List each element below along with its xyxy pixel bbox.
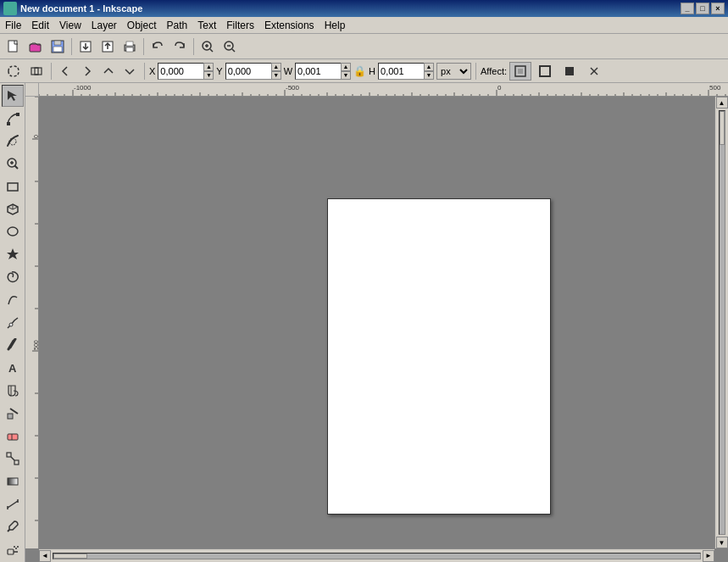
menu-file[interactable]: File (0, 17, 26, 33)
tool-gradient[interactable] (2, 470, 24, 492)
tool-spray[interactable] (2, 538, 24, 560)
canvas-container[interactable]: ◄ ► ▲ ▼ (25, 83, 728, 562)
tool-paintbucket[interactable] (2, 380, 24, 402)
affect-whole-button[interactable] (509, 62, 531, 81)
menu-help[interactable]: Help (320, 17, 351, 33)
tool-ellipse[interactable] (2, 221, 24, 243)
menu-view[interactable]: View (54, 17, 86, 33)
svg-rect-45 (8, 414, 13, 419)
w-down[interactable]: ▼ (341, 71, 351, 80)
h-spinner[interactable]: ▲ ▼ (424, 63, 434, 80)
x-spinner[interactable]: ▲ ▼ (203, 63, 214, 80)
svg-line-15 (210, 49, 213, 52)
export-button[interactable] (97, 36, 118, 57)
y-spinner[interactable]: ▲ ▼ (271, 63, 281, 80)
menu-text[interactable]: Text (192, 17, 221, 33)
affect-more-button[interactable] (583, 62, 605, 81)
tool-select[interactable] (2, 85, 24, 107)
break-apart-button[interactable] (3, 62, 24, 81)
lock-icon[interactable]: 🔒 (353, 65, 366, 77)
scroll-track-h[interactable] (53, 553, 701, 559)
undo-button[interactable] (147, 36, 168, 57)
w-spinner[interactable]: ▲ ▼ (341, 63, 351, 80)
tool-rect[interactable] (2, 175, 24, 198)
affect-stroke-button[interactable] (534, 62, 556, 81)
tool-pencil[interactable] (2, 289, 24, 311)
h-input[interactable]: 0,001 (378, 63, 425, 80)
tool-node[interactable] (2, 108, 24, 130)
svg-point-61 (17, 546, 19, 548)
move-left-button[interactable] (56, 62, 76, 81)
menu-filters[interactable]: Filters (221, 17, 259, 33)
zoom-out-button[interactable] (220, 36, 240, 57)
unit-select[interactable]: px mm cm in pt (436, 63, 471, 80)
tool-measure[interactable] (2, 493, 24, 515)
affect-fill-button[interactable] (559, 62, 581, 81)
zoom-in-button[interactable] (197, 36, 218, 57)
menu-object[interactable]: Object (122, 17, 162, 33)
x-down[interactable]: ▼ (203, 71, 214, 80)
tool-text[interactable]: A (2, 357, 24, 379)
new-button[interactable] (3, 36, 24, 57)
menu-extensions[interactable]: Extensions (259, 17, 320, 33)
move-up-button[interactable] (98, 62, 119, 81)
sep-opt1 (51, 63, 52, 80)
save-button[interactable] (47, 36, 68, 57)
x-input[interactable]: 0,000 (158, 63, 204, 80)
h-down[interactable]: ▼ (424, 71, 434, 80)
svg-text:A: A (8, 362, 17, 375)
tool-eraser[interactable] (2, 425, 24, 447)
tool-star[interactable] (2, 243, 24, 265)
svg-rect-50 (7, 453, 11, 457)
tool-calligraphy[interactable] (2, 334, 24, 356)
canvas[interactable] (39, 97, 714, 548)
h-up[interactable]: ▲ (424, 63, 434, 71)
redo-button[interactable] (169, 36, 190, 57)
y-input[interactable]: 0,000 (225, 63, 272, 80)
import-button[interactable] (75, 36, 96, 57)
scrollbar-horizontal[interactable]: ◄ ► (39, 548, 714, 562)
close-button[interactable]: × (711, 3, 725, 14)
tool-3dbox[interactable] (2, 198, 24, 220)
maximize-button[interactable]: □ (696, 3, 709, 14)
tool-spiral[interactable] (2, 266, 24, 288)
h-ruler-canvas (39, 83, 728, 97)
menu-edit[interactable]: Edit (26, 17, 54, 33)
y-up[interactable]: ▲ (271, 63, 281, 71)
w-input[interactable]: 0,001 (295, 63, 342, 80)
scroll-left-button[interactable]: ◄ (39, 550, 51, 562)
tool-zoom[interactable] (2, 153, 24, 175)
tool-tweak[interactable] (2, 131, 24, 153)
w-up[interactable]: ▲ (341, 63, 351, 71)
open-button[interactable] (25, 36, 46, 57)
combine-button[interactable] (26, 62, 47, 81)
scroll-track-v[interactable] (719, 110, 725, 535)
y-down[interactable]: ▼ (271, 71, 281, 80)
svg-rect-51 (14, 460, 19, 465)
scroll-down-button[interactable]: ▼ (716, 537, 728, 548)
scroll-thumb-v[interactable] (720, 111, 725, 145)
svg-point-42 (9, 323, 13, 326)
menu-layer[interactable]: Layer (86, 17, 122, 33)
tool-connector[interactable] (2, 448, 24, 470)
scroll-right-button[interactable]: ► (703, 550, 714, 562)
main-area: A (0, 83, 728, 562)
tool-eyedropper[interactable] (2, 516, 24, 538)
menu-path[interactable]: Path (162, 17, 193, 33)
print-button[interactable] (119, 36, 140, 57)
minimize-button[interactable]: _ (681, 3, 694, 14)
y-label: Y (216, 66, 222, 76)
svg-line-54 (8, 501, 18, 508)
menubar: File Edit View Layer Object Path Text Fi… (0, 17, 728, 34)
tool-dropper[interactable] (2, 403, 24, 425)
ruler-corner (25, 83, 39, 97)
scroll-up-button[interactable]: ▲ (716, 97, 728, 109)
scroll-thumb-h[interactable] (53, 554, 87, 559)
x-up[interactable]: ▲ (203, 63, 214, 71)
tool-pen[interactable] (2, 312, 24, 334)
move-right-button[interactable] (77, 62, 97, 81)
move-down-button[interactable] (119, 62, 140, 81)
svg-marker-27 (8, 91, 17, 101)
scrollbar-vertical[interactable]: ▲ ▼ (714, 97, 728, 548)
svg-rect-28 (7, 122, 10, 125)
